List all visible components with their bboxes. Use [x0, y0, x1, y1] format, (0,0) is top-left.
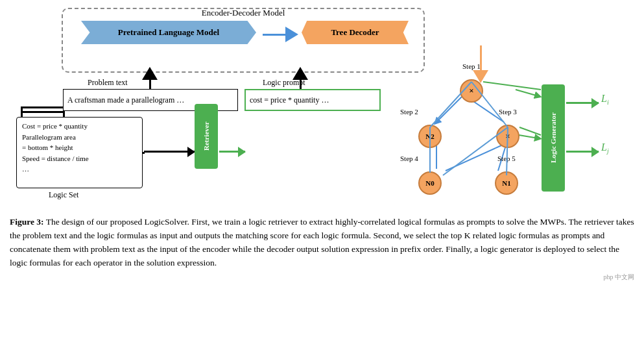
logic-set-line-5: …: [22, 164, 137, 175]
horiz-line-top: [21, 106, 64, 108]
logic-prompt-box: cost = price * quantity …: [244, 89, 381, 111]
node-step1: ×: [460, 79, 483, 103]
plm-label: Pretrained Language Model: [118, 27, 219, 38]
svg-line-5: [516, 90, 538, 96]
problem-text-content: A craftsman made a parallelogram …: [67, 95, 184, 105]
logic-set-box: Cost = price * quantity Parallelogram ar…: [16, 117, 143, 188]
step3-group: Step 3 ×: [496, 117, 514, 125]
problem-text-label: Problem text: [88, 78, 128, 88]
logic-gen-label: Logic Generator: [549, 113, 557, 164]
watermark: php 中文网: [10, 273, 634, 282]
svg-line-6: [519, 135, 538, 138]
arrow-up-head: [142, 67, 158, 80]
logic-prompt-content: cost = price * quantity …: [250, 95, 329, 105]
step1-label: Step 1 ×: [460, 71, 478, 79]
tree-decoder-label: Tree Decoder: [331, 27, 379, 38]
tree-decoder-pill: Tree Decoder: [302, 21, 409, 44]
li-label: Li: [601, 93, 609, 106]
svg-line-3: [446, 145, 501, 171]
arrow-retriever-to-logic-prompt: [219, 151, 245, 153]
arrow-to-lj: [566, 151, 599, 153]
arrow-logic-set-to-retriever: [144, 151, 195, 153]
line-pb-to-ls-h: [21, 111, 63, 113]
node-step5: N1: [495, 171, 518, 195]
retriever-label: Retriever: [202, 122, 210, 151]
caption-text: The design of our proposed LogicSolver. …: [10, 217, 634, 268]
node-step4: N0: [418, 171, 442, 195]
step2-text: Step 2: [400, 108, 418, 116]
arrow-line: [263, 34, 285, 36]
lj-label: Lj: [601, 142, 609, 155]
node-step2: N2: [418, 125, 442, 148]
node-step3: ×: [496, 125, 519, 148]
step1-text: Step 1: [462, 62, 481, 70]
encoder-decoder-label: Encoder-Decoder Model: [62, 8, 425, 18]
step4-group: Step 4 N0: [418, 164, 436, 171]
logic-set-line-2: Parallelogram area: [22, 132, 137, 143]
step3-text: Step 3: [499, 108, 517, 116]
logic-set-line-3: = bottom * height: [22, 142, 137, 153]
caption-bold: Figure 3:: [10, 217, 44, 227]
arrow-plm-to-tree-decoder: [263, 29, 298, 40]
step5-group: Step 5 N1: [495, 164, 513, 171]
step5-text: Step 5: [497, 155, 516, 162]
plm-pill: Pretrained Language Model: [81, 21, 256, 44]
logic-set-line-4: Speed = distance / time: [22, 153, 137, 164]
logic-generator-box: Logic Generator: [542, 84, 565, 192]
arrow-to-li: [566, 102, 599, 104]
retriever-box: Retriever: [195, 104, 218, 169]
logic-set-line-1: Cost = price * quantity: [22, 121, 137, 132]
arrow-up-head2: [292, 67, 308, 80]
diagram: Encoder-Decoder Model Pretrained Languag…: [10, 6, 634, 208]
caption: Figure 3: The design of our proposed Log…: [10, 216, 634, 270]
step2-group: Step 2 N2: [418, 117, 436, 125]
svg-line-0: [436, 95, 464, 122]
logic-set-label: Logic Set: [49, 190, 78, 200]
step4-text: Step 4: [400, 155, 418, 162]
